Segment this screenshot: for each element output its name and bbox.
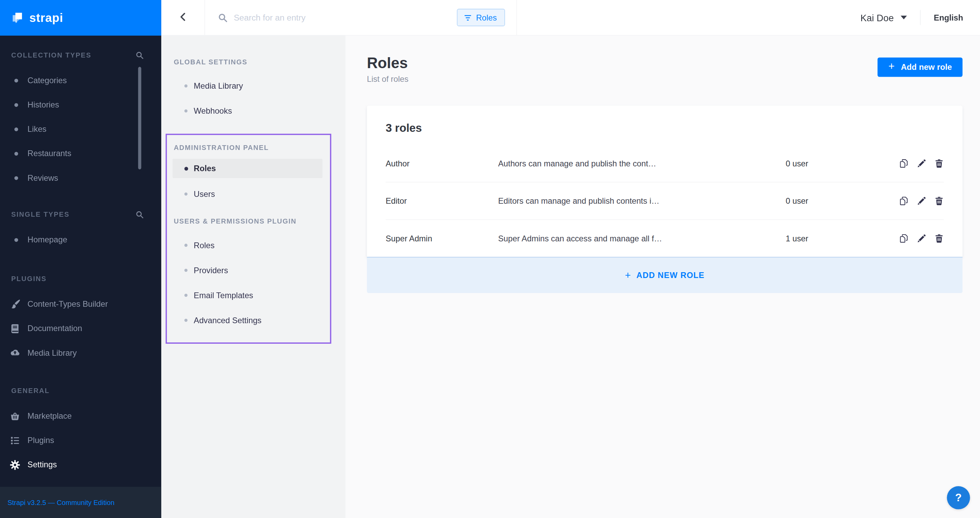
role-name: Editor	[385, 196, 498, 205]
sidebar-item-label: Restaurants	[27, 149, 71, 158]
topbar: Roles Kai Doe English	[161, 0, 980, 36]
sidebar-item-likes[interactable]: Likes	[0, 117, 161, 141]
bullet-icon	[184, 109, 187, 112]
duplicate-icon[interactable]	[899, 196, 909, 205]
table-row-editor[interactable]: EditorEditors can manage and publish con…	[385, 182, 944, 219]
sidebar-section-header: GENERAL	[0, 385, 161, 396]
settings-nav-item-label: Providers	[194, 265, 228, 275]
plus-icon: +	[625, 270, 631, 281]
settings-nav-item-label: Advanced Settings	[194, 315, 262, 324]
settings-group-global-settings: GLOBAL SETTINGSMedia LibraryWebhooks	[161, 56, 345, 123]
sidebar-item-documentation[interactable]: Documentation	[0, 316, 161, 341]
bullet-icon	[184, 243, 187, 246]
sidebar-item-reviews[interactable]: Reviews	[0, 166, 161, 190]
list-icon	[9, 435, 20, 445]
settings-group-items: RolesUsers	[167, 159, 330, 207]
bullet-icon	[184, 192, 187, 195]
sidebar: strapi COLLECTION TYPESCategoriesHistori…	[0, 0, 161, 518]
main-panel: Roles List of roles + Add new role 3 rol…	[345, 36, 980, 518]
sidebar-item-histories[interactable]: Histories	[0, 92, 161, 117]
settings-nav-item-users-permissions-plugin-providers[interactable]: Providers	[167, 257, 330, 283]
sidebar-nav: COLLECTION TYPESCategoriesHistoriesLikes…	[0, 36, 161, 487]
filter-chip-label: Roles	[476, 13, 497, 22]
table-row-super-admin[interactable]: Super AdminSuper Admins can access and m…	[385, 219, 944, 257]
bullet-icon	[184, 166, 188, 170]
edit-icon[interactable]	[917, 196, 926, 205]
settings-nav-item-users-permissions-plugin-email-templates[interactable]: Email Templates	[167, 283, 330, 307]
settings-group-items: RolesProvidersEmail TemplatesAdvanced Se…	[167, 232, 330, 332]
settings-nav-item-users-permissions-plugin-roles[interactable]: Roles	[167, 232, 330, 257]
content-area: GLOBAL SETTINGSMedia LibraryWebhooksADMI…	[161, 36, 980, 518]
role-user-count: 0 user	[786, 196, 899, 205]
settings-nav-item-users-permissions-plugin-advanced-settings[interactable]: Advanced Settings	[167, 307, 330, 332]
delete-icon[interactable]	[934, 234, 944, 243]
role-user-count: 0 user	[786, 159, 899, 168]
language-selector[interactable]: English	[934, 13, 963, 22]
help-button[interactable]: ?	[947, 486, 970, 509]
add-new-role-label: Add new role	[901, 63, 952, 72]
back-button[interactable]	[161, 0, 205, 35]
gear-icon	[9, 459, 20, 470]
bullet-icon	[14, 78, 18, 82]
search-icon[interactable]	[135, 51, 144, 59]
sidebar-item-label: Homepage	[27, 235, 67, 244]
row-actions	[899, 159, 944, 168]
settings-nav-item-global-settings-media-library[interactable]: Media Library	[161, 73, 345, 98]
delete-icon[interactable]	[934, 159, 944, 168]
duplicate-icon[interactable]	[899, 234, 909, 243]
highlight-box: ADMINISTRATION PANELRolesUsersUSERS & PE…	[166, 134, 331, 344]
sidebar-item-categories[interactable]: Categories	[0, 68, 161, 92]
add-new-role-button[interactable]: + Add new role	[878, 57, 963, 77]
bullet-icon	[14, 152, 18, 156]
add-new-role-footer-button[interactable]: + ADD NEW ROLE	[367, 257, 963, 293]
user-menu-button[interactable]: Kai Doe	[861, 12, 907, 23]
sidebar-scrollbar[interactable]	[138, 67, 141, 169]
sidebar-section-collection-types: COLLECTION TYPESCategoriesHistoriesLikes…	[0, 49, 161, 190]
sidebar-item-label: Plugins	[27, 435, 54, 445]
edit-icon[interactable]	[917, 234, 926, 243]
settings-group-title: GLOBAL SETTINGS	[161, 56, 345, 68]
bullet-icon	[184, 84, 187, 87]
bullet-icon	[14, 103, 18, 106]
role-name: Author	[385, 159, 498, 168]
sidebar-item-media-library[interactable]: Media Library	[0, 341, 161, 365]
sidebar-section-plugins: PLUGINSContent-Types BuilderDocumentatio…	[0, 273, 161, 365]
role-description: Super Admins can access and manage all f…	[498, 234, 786, 243]
roles-table: AuthorAuthors can manage and publish the…	[367, 145, 963, 257]
sidebar-item-restaurants[interactable]: Restaurants	[0, 141, 161, 166]
settings-nav-item-label: Roles	[194, 164, 216, 173]
bullet-icon	[14, 238, 18, 242]
page-subtitle: List of roles	[367, 74, 408, 84]
sidebar-item-plugins[interactable]: Plugins	[0, 428, 161, 452]
strapi-logo-icon	[10, 11, 24, 25]
add-new-role-footer-label: ADD NEW ROLE	[636, 270, 704, 280]
settings-nav-item-label: Users	[194, 189, 215, 198]
table-row-author[interactable]: AuthorAuthors can manage and publish the…	[385, 145, 944, 182]
plus-icon: +	[889, 61, 895, 72]
settings-nav-item-label: Email Templates	[194, 290, 253, 300]
sidebar-section-items: CategoriesHistoriesLikesRestaurantsRevie…	[0, 68, 161, 190]
sidebar-item-content-types-builder[interactable]: Content-Types Builder	[0, 292, 161, 316]
edit-icon[interactable]	[917, 159, 926, 168]
version-link[interactable]: Strapi v3.2.5 — Community Edition	[8, 499, 115, 506]
settings-nav-item-label: Webhooks	[194, 106, 232, 115]
sidebar-section-header: PLUGINS	[0, 273, 161, 284]
sidebar-item-label: Histories	[27, 100, 59, 109]
basket-icon	[9, 410, 20, 421]
search-input[interactable]	[234, 13, 457, 22]
settings-nav-item-administration-panel-users[interactable]: Users	[167, 181, 330, 206]
settings-nav-item-label: Media Library	[194, 81, 243, 90]
settings-group-administration-panel: ADMINISTRATION PANELRolesUsers	[167, 141, 330, 207]
sidebar-item-marketplace[interactable]: Marketplace	[0, 404, 161, 428]
sidebar-item-homepage[interactable]: Homepage	[0, 227, 161, 252]
duplicate-icon[interactable]	[899, 159, 909, 168]
search-icon[interactable]	[135, 210, 144, 218]
settings-nav-item-administration-panel-roles[interactable]: Roles	[173, 159, 323, 178]
settings-nav-item-global-settings-webhooks[interactable]: Webhooks	[161, 98, 345, 123]
delete-icon[interactable]	[934, 196, 944, 205]
sidebar-item-settings[interactable]: Settings	[0, 453, 161, 477]
settings-group-items: Media LibraryWebhooks	[161, 73, 345, 123]
settings-nav-item-label: Roles	[194, 240, 215, 249]
search-filter-chip[interactable]: Roles	[457, 9, 505, 26]
sidebar-item-label: Likes	[27, 124, 46, 133]
